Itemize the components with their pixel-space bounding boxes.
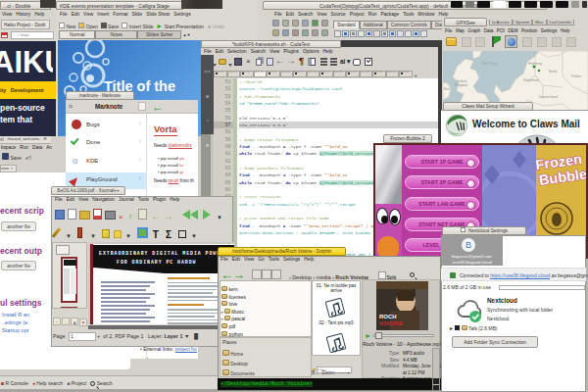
svg-text:North Sea: North Sea <box>482 62 497 66</box>
svg-text:Deutschland: Deutschland <box>539 95 558 99</box>
svg-text:Eire: Eire <box>444 87 450 91</box>
svg-text:Nederland: Nederland <box>523 78 539 82</box>
svg-text:VOISINE: VOISINE <box>379 320 403 326</box>
svg-text:Hamburg: Hamburg <box>528 62 542 66</box>
svg-text:ROCH: ROCH <box>379 314 397 319</box>
svg-text:Polska: Polska <box>571 74 581 78</box>
svg-text:Berlin: Berlin <box>549 70 558 74</box>
svg-text:Kingdom: Kingdom <box>455 83 468 87</box>
